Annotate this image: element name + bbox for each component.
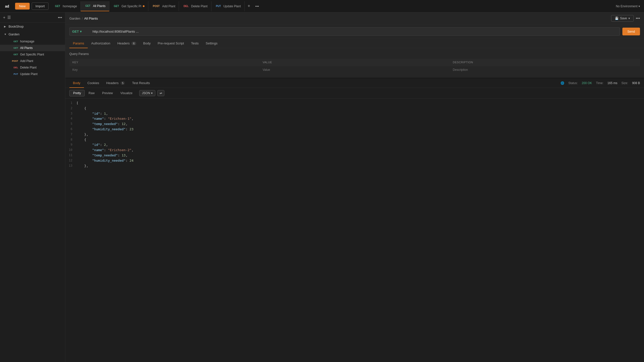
body-tab-pretty[interactable]: Pretty bbox=[69, 90, 85, 96]
sidebar-filter-button[interactable]: ☰ bbox=[7, 15, 11, 20]
body-tab-visualize[interactable]: Visualize bbox=[117, 90, 136, 96]
sub-method-add-plant: POST bbox=[11, 60, 18, 62]
code-line-1: 1 [ bbox=[65, 101, 644, 106]
code-line-8: 8 { bbox=[65, 137, 644, 143]
time-label: Time: bbox=[596, 81, 604, 85]
sidebar-sub-item-all-plants[interactable]: GET All Plants bbox=[0, 45, 65, 51]
response-tabs-bar: Body Cookies Headers 5 Test Results 🌐 St… bbox=[65, 79, 644, 88]
sub-label-add-plant: Add Plant bbox=[20, 59, 33, 63]
code-area: 1 [ 2 { 3 "id": 1, 4 "name": "Erichsen-1… bbox=[65, 99, 644, 362]
response-tab-body[interactable]: Body bbox=[69, 79, 84, 88]
status-label: Status: bbox=[568, 81, 578, 85]
code-line-13: 13 }, bbox=[65, 163, 644, 169]
sidebar-add-button[interactable]: + bbox=[3, 15, 5, 20]
param-value-input[interactable] bbox=[263, 68, 447, 72]
wrap-button[interactable]: ⇌ bbox=[157, 90, 164, 96]
json-format-selector[interactable]: JSON ▾ bbox=[139, 90, 155, 96]
response-tab-cookies[interactable]: Cookies bbox=[84, 79, 103, 88]
sub-method-delete-plant: DEL bbox=[11, 66, 18, 69]
breadcrumb-bar: Garden / All Plants 💾 Save ▾ ••• bbox=[65, 13, 644, 24]
sidebar-toolbar: + ☰ ••• bbox=[0, 13, 65, 23]
sidebar-sub-item-get-specific-plant[interactable]: GET Get Specific Plant bbox=[0, 51, 65, 58]
tab-add-plant[interactable]: POST Add Plant bbox=[148, 1, 179, 11]
env-chevron-icon: ▾ bbox=[638, 5, 640, 8]
sub-method-homepage: GET bbox=[11, 40, 18, 43]
tab-body[interactable]: Body bbox=[140, 39, 154, 48]
tab-settings[interactable]: Settings bbox=[202, 39, 221, 48]
breadcrumb-parent[interactable]: Garden bbox=[69, 17, 80, 20]
size-label: Size: bbox=[621, 81, 628, 85]
tab-homepage[interactable]: GET homepage bbox=[51, 1, 81, 11]
tab-method-add-plant: POST bbox=[152, 5, 161, 8]
sidebar-more-button[interactable]: ••• bbox=[58, 15, 62, 20]
tab-label-homepage: homepage bbox=[63, 5, 77, 8]
sidebar-sub-item-homepage[interactable]: GET homepage bbox=[0, 38, 65, 45]
breadcrumb: Garden / All Plants bbox=[69, 17, 98, 20]
tab-label-add-plant: Add Plant bbox=[162, 5, 175, 8]
code-line-10: 10 "name": "Erichsen-2", bbox=[65, 148, 644, 153]
tab-method-homepage: GET bbox=[54, 5, 61, 8]
sub-label-all-plants: All Plants bbox=[20, 46, 33, 50]
body-tab-raw[interactable]: Raw bbox=[85, 90, 98, 96]
code-line-5: 5 "temp_needed": 12, bbox=[65, 122, 644, 127]
env-selector[interactable]: No Environment ▾ bbox=[612, 5, 644, 8]
sidebar-item-garden[interactable]: ▼ Garden bbox=[0, 30, 65, 38]
url-bar: GET ▾ Send bbox=[65, 24, 644, 39]
breadcrumb-more-button[interactable]: ••• bbox=[636, 16, 640, 21]
tab-params[interactable]: Params bbox=[69, 39, 88, 48]
url-input[interactable] bbox=[89, 27, 620, 36]
save-button[interactable]: 💾 Save ▾ bbox=[611, 15, 634, 22]
sub-method-all-plants: GET bbox=[11, 47, 18, 49]
breadcrumb-current: All Plants bbox=[84, 17, 98, 20]
param-desc-input[interactable] bbox=[453, 68, 637, 72]
query-params-title: Query Params bbox=[69, 52, 640, 56]
method-chevron-icon: ▾ bbox=[80, 30, 82, 33]
method-select[interactable]: GET ▾ bbox=[69, 27, 89, 36]
tab-get-specific-pi[interactable]: GET Get Specific Pl bbox=[109, 1, 148, 11]
unsaved-dot bbox=[143, 5, 145, 7]
app-title: ad bbox=[3, 4, 11, 8]
code-line-9: 9 "id": 2, bbox=[65, 142, 644, 148]
sub-method-update-plant: PUT bbox=[11, 73, 18, 75]
tab-authorization[interactable]: Authorization bbox=[88, 39, 114, 48]
response-tab-test-results[interactable]: Test Results bbox=[128, 79, 153, 88]
sub-label-update-plant: Update Plant bbox=[20, 72, 37, 76]
code-line-6: 6 "humidity_needed": 23 bbox=[65, 127, 644, 132]
chevron-right-icon: ▶ bbox=[4, 25, 7, 28]
response-tab-headers[interactable]: Headers 5 bbox=[103, 79, 129, 88]
new-button[interactable]: New bbox=[15, 3, 30, 10]
code-line-12: 12 "humidity_needed": 24 bbox=[65, 158, 644, 163]
tab-headers[interactable]: Headers 6 bbox=[114, 39, 140, 48]
bookshop-label: BookShop bbox=[9, 25, 24, 28]
query-params-section: Query Params KEY VALUE DESCRIPTION bbox=[65, 48, 644, 78]
code-line-2: 2 { bbox=[65, 106, 644, 111]
sidebar-sub-item-add-plant[interactable]: POST Add Plant bbox=[0, 58, 65, 64]
save-chevron-icon: ▾ bbox=[628, 17, 630, 20]
tab-update-plant[interactable]: PUT Update Plant bbox=[211, 1, 245, 11]
tab-all-plants[interactable]: GET All Plants bbox=[81, 1, 109, 11]
params-table: KEY VALUE DESCRIPTION bbox=[69, 59, 640, 74]
chevron-down-icon: ▼ bbox=[4, 33, 7, 36]
sidebar-sub-item-delete-plant[interactable]: DEL Delete Plant bbox=[0, 64, 65, 71]
status-value: 200 OK bbox=[582, 81, 592, 85]
tab-pre-request-script[interactable]: Pre-request Script bbox=[154, 39, 188, 48]
tab-method-update-plant: PUT bbox=[215, 5, 222, 8]
send-button[interactable]: Send bbox=[622, 28, 640, 35]
method-label: GET bbox=[72, 30, 79, 33]
import-button[interactable]: Import bbox=[32, 3, 49, 10]
sidebar-sub-item-update-plant[interactable]: PUT Update Plant bbox=[0, 71, 65, 77]
env-label: No Environment bbox=[616, 5, 637, 8]
param-key-input[interactable] bbox=[72, 68, 257, 72]
tab-delete-plant[interactable]: DEL Delete Plant bbox=[179, 1, 211, 11]
more-tabs-button[interactable]: ••• bbox=[253, 1, 261, 11]
sub-method-get-specific-plant: GET bbox=[11, 53, 18, 56]
tab-tests[interactable]: Tests bbox=[188, 39, 202, 48]
response-meta: 🌐 Status: 200 OK Time: 165 ms Size: 908 … bbox=[561, 81, 640, 85]
new-tab-button[interactable]: + bbox=[245, 1, 253, 11]
tab-method-all-plants: GET bbox=[84, 4, 91, 8]
tab-method-get-specific: GET bbox=[113, 5, 120, 8]
sidebar-item-bookshop[interactable]: ▶ BookShop bbox=[0, 23, 65, 30]
save-label: Save bbox=[620, 17, 627, 20]
code-line-7: 7 }, bbox=[65, 132, 644, 137]
body-tab-preview[interactable]: Preview bbox=[98, 90, 117, 96]
